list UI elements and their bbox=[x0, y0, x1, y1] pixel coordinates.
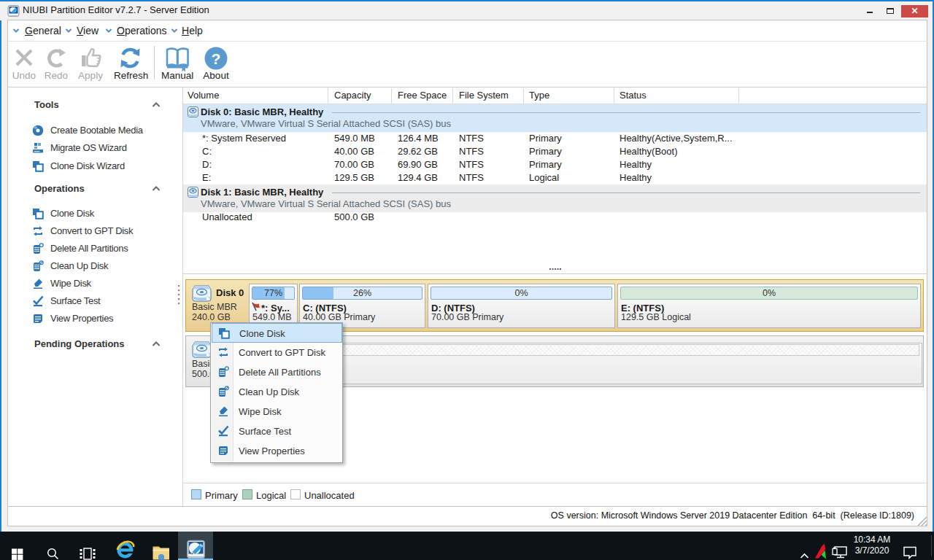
svg-text:?: ? bbox=[212, 50, 221, 67]
